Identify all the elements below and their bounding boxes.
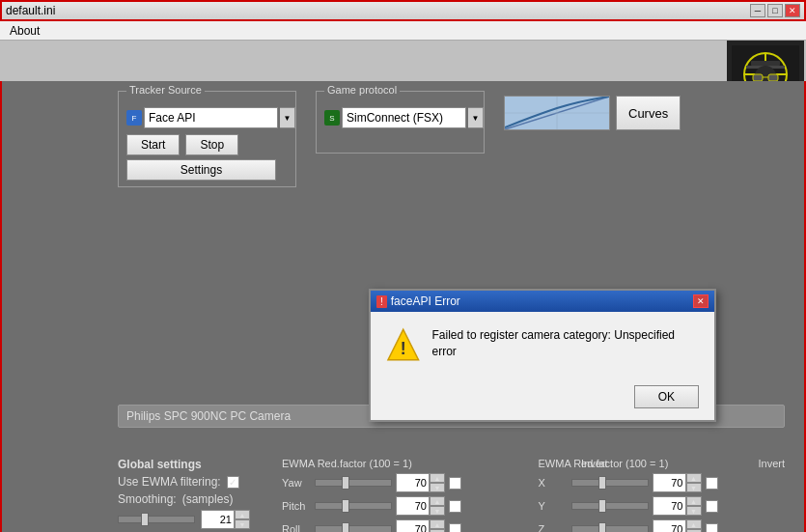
minimize-button[interactable]: ─ [750, 4, 765, 17]
title-controls: ─ □ ✕ [750, 4, 800, 17]
svg-rect-5 [751, 61, 780, 66]
svg-rect-9 [768, 74, 778, 81]
maximize-button[interactable]: □ [767, 4, 783, 17]
close-button[interactable]: ✕ [785, 4, 800, 17]
modal-title-bar: ! faceAPI Error ✕ [371, 291, 714, 312]
svg-rect-8 [753, 74, 763, 81]
modal-icon: ! [376, 295, 387, 308]
menu-about[interactable]: About [4, 24, 45, 38]
modal-close-button[interactable]: ✕ [693, 294, 709, 308]
svg-text:!: ! [401, 339, 406, 358]
modal-message: Failed to register camera category: Unsp… [432, 327, 699, 360]
modal-dialog: ! faceAPI Error ✕ ! Failed to register c… [369, 289, 716, 422]
window-title: default.ini [6, 4, 55, 17]
modal-body: ! Failed to register camera category: Un… [371, 312, 714, 378]
modal-footer: OK [371, 378, 714, 420]
menu-bar: About [0, 21, 806, 41]
title-bar: default.ini ─ □ ✕ [0, 0, 806, 21]
modal-title-text: ! faceAPI Error [376, 294, 460, 308]
warning-icon: ! [386, 327, 421, 362]
ok-button[interactable]: OK [634, 385, 699, 408]
main-content: Tracker Source F Face API ▼ Start Stop S… [0, 81, 806, 532]
modal-title: faceAPI Error [391, 294, 460, 308]
modal-overlay: ! faceAPI Error ✕ ! Failed to register c… [2, 81, 804, 532]
